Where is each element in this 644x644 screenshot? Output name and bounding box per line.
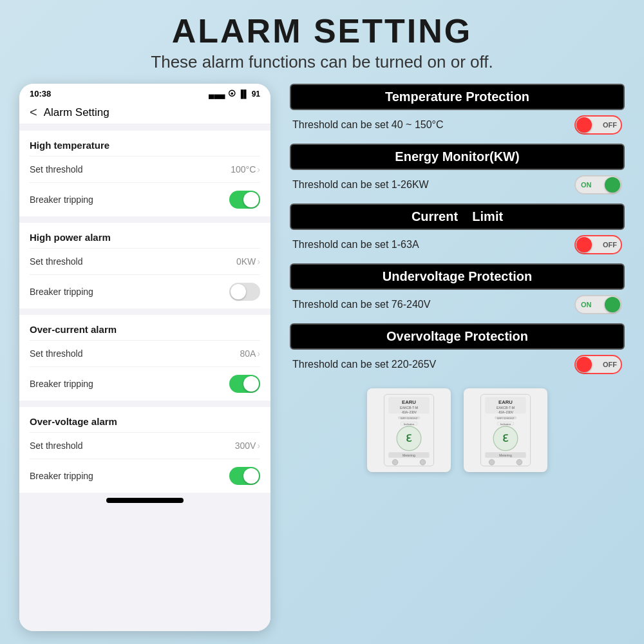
- section-high-power: High power alarm Set threshold 0KW › Bre…: [19, 223, 270, 308]
- svg-text:-63A~230V: -63A~230V: [498, 411, 514, 414]
- page-subtitle: These alarm functions can be turned on o…: [19, 52, 625, 72]
- phone-time: 10:38: [30, 89, 51, 99]
- back-button[interactable]: <: [30, 105, 37, 120]
- row-ov-breaker[interactable]: Breaker tripping: [30, 459, 260, 493]
- svg-text:Indicator: Indicator: [500, 422, 511, 426]
- svg-text:EAKCB-T-M: EAKCB-T-M: [497, 406, 515, 410]
- current-limit-toggle[interactable]: OFF: [574, 235, 622, 254]
- phone-content: High temperature Set threshold 100°C › B…: [19, 124, 270, 631]
- temperature-protection-toggle[interactable]: OFF: [574, 115, 622, 135]
- row-hp-breaker[interactable]: Breaker tripping: [30, 274, 260, 308]
- status-right: ▄▄▄ ⦿ ▐▌ 91: [209, 90, 260, 99]
- svg-text:Indicator: Indicator: [404, 422, 415, 426]
- oc-breaker-toggle[interactable]: [229, 375, 260, 393]
- feature-temperature-protection: Temperature Protection Threshold can be …: [290, 84, 625, 137]
- svg-point-13: [392, 460, 398, 466]
- svg-text:Metering: Metering: [402, 453, 415, 457]
- section-header-high-temperature: High temperature: [30, 131, 260, 156]
- phone-home-indicator: [106, 498, 184, 503]
- svg-text:-63A~230V: -63A~230V: [401, 411, 417, 414]
- header-section: ALARM SETTING These alarm functions can …: [19, 13, 625, 72]
- device-2: EARU EAKCB-T-M -63A~230V WIFI 50/60HZ In…: [464, 388, 547, 472]
- feature-current-limit: Current Limit Threshold can be set 1-63A…: [290, 204, 625, 257]
- section-high-temperature: High temperature Set threshold 100°C › B…: [19, 131, 270, 216]
- section-overcurrent: Over-current alarm Set threshold 80A › B…: [19, 315, 270, 401]
- section-header-overcurrent: Over-current alarm: [30, 315, 260, 340]
- ht-threshold-value: 100°C ›: [231, 164, 260, 175]
- oc-threshold-label: Set threshold: [30, 348, 83, 359]
- svg-text:ℇ: ℇ: [406, 433, 413, 444]
- svg-point-14: [420, 460, 426, 466]
- phone-status-bar: 10:38 ▄▄▄ ⦿ ▐▌ 91: [19, 84, 270, 101]
- overvoltage-toggle[interactable]: OFF: [574, 355, 622, 374]
- ov-breaker-toggle[interactable]: [229, 467, 260, 485]
- temperature-protection-desc: Threshold can be set 40 ~ 150°C: [292, 119, 444, 131]
- undervoltage-desc-row: Threshold can be set 76-240V ON: [290, 292, 625, 317]
- device-1-svg: EARU EAKCB-T-M -63A~230V WIFI 50/60HZ In…: [374, 392, 444, 469]
- current-toggle-label: OFF: [603, 241, 617, 249]
- signal-icon: ▄▄▄: [209, 90, 225, 99]
- overvoltage-toggle-knob: [576, 357, 592, 372]
- content-row: 10:38 ▄▄▄ ⦿ ▐▌ 91 < Alarm Setting High t…: [19, 84, 625, 631]
- svg-text:EARU: EARU: [498, 399, 513, 405]
- energy-monitor-desc: Threshold can be set 1-26KW: [292, 179, 429, 191]
- energy-monitor-desc-row: Threshold can be set 1-26KW ON: [290, 173, 625, 197]
- hp-threshold-value: 0KW ›: [236, 256, 260, 267]
- section-overvoltage: Over-voltage alarm Set threshold 300V › …: [19, 407, 270, 493]
- temp-toggle-knob: [576, 117, 592, 133]
- svg-text:EAKCB-T-M: EAKCB-T-M: [400, 406, 418, 410]
- row-hp-threshold[interactable]: Set threshold 0KW ›: [30, 248, 260, 274]
- temperature-protection-title: Temperature Protection: [290, 84, 625, 110]
- section-header-high-power: High power alarm: [30, 223, 260, 248]
- battery-indicator: ▐▌: [238, 90, 249, 99]
- current-limit-desc: Threshold can be set 1-63A: [292, 239, 419, 251]
- battery-level: 91: [252, 90, 260, 99]
- ov-threshold-label: Set threshold: [30, 440, 83, 451]
- undervoltage-desc: Threshold can be set 76-240V: [292, 299, 430, 310]
- oc-breaker-label: Breaker tripping: [30, 379, 93, 389]
- hp-breaker-toggle-knob: [231, 284, 246, 299]
- ht-breaker-label: Breaker tripping: [30, 194, 93, 205]
- current-limit-desc-row: Threshold can be set 1-63A OFF: [290, 232, 625, 257]
- oc-breaker-toggle-knob: [243, 376, 259, 392]
- ov-breaker-toggle-knob: [243, 468, 259, 484]
- device-1: EARU EAKCB-T-M -63A~230V WIFI 50/60HZ In…: [367, 388, 451, 472]
- undervoltage-toggle-knob: [605, 297, 620, 312]
- row-ht-threshold[interactable]: Set threshold 100°C ›: [30, 156, 260, 182]
- energy-monitor-title: Energy Monitor(KW): [290, 144, 625, 170]
- row-ht-breaker[interactable]: Breaker tripping: [30, 182, 260, 216]
- right-panel: Temperature Protection Threshold can be …: [290, 84, 625, 631]
- energy-toggle-label: ON: [581, 181, 592, 189]
- overvoltage-desc-row: Threshold can be set 220-265V OFF: [290, 352, 625, 377]
- row-oc-breaker[interactable]: Breaker tripping: [30, 366, 260, 401]
- svg-point-29: [516, 460, 522, 466]
- wifi-icon: ⦿: [228, 90, 236, 99]
- overvoltage-toggle-label: OFF: [603, 361, 617, 368]
- oc-threshold-value: 80A ›: [240, 348, 260, 359]
- svg-text:ℇ: ℇ: [503, 433, 509, 444]
- feature-undervoltage: Undervoltage Protection Threshold can be…: [290, 263, 625, 317]
- page-main-title: ALARM SETTING: [19, 13, 625, 50]
- device-2-svg: EARU EAKCB-T-M -63A~230V WIFI 50/60HZ In…: [470, 392, 541, 469]
- undervoltage-toggle[interactable]: ON: [574, 295, 622, 314]
- row-oc-threshold[interactable]: Set threshold 80A ›: [30, 340, 260, 366]
- undervoltage-title: Undervoltage Protection: [290, 263, 625, 290]
- svg-text:WIFI 50/60HZ: WIFI 50/60HZ: [497, 417, 515, 420]
- hp-threshold-label: Set threshold: [30, 256, 83, 267]
- energy-monitor-toggle[interactable]: ON: [574, 175, 622, 194]
- devices-row: EARU EAKCB-T-M -63A~230V WIFI 50/60HZ In…: [290, 388, 625, 472]
- page-wrapper: ALARM SETTING These alarm functions can …: [0, 0, 644, 644]
- temperature-protection-desc-row: Threshold can be set 40 ~ 150°C OFF: [290, 113, 625, 137]
- ov-threshold-value: 300V ›: [235, 440, 260, 451]
- svg-text:EARU: EARU: [402, 399, 416, 405]
- svg-text:Metering: Metering: [499, 453, 512, 457]
- hp-breaker-toggle[interactable]: [229, 283, 260, 301]
- phone-nav-bar: < Alarm Setting: [19, 101, 270, 124]
- row-ov-threshold[interactable]: Set threshold 300V ›: [30, 432, 260, 459]
- svg-point-28: [489, 460, 495, 466]
- overvoltage-desc: Threshold can be set 220-265V: [292, 359, 436, 370]
- temp-toggle-label: OFF: [603, 121, 617, 129]
- hp-breaker-label: Breaker tripping: [30, 287, 93, 297]
- feature-overvoltage: Overvoltage Protection Threshold can be …: [290, 323, 625, 377]
- ht-breaker-toggle[interactable]: [229, 191, 260, 209]
